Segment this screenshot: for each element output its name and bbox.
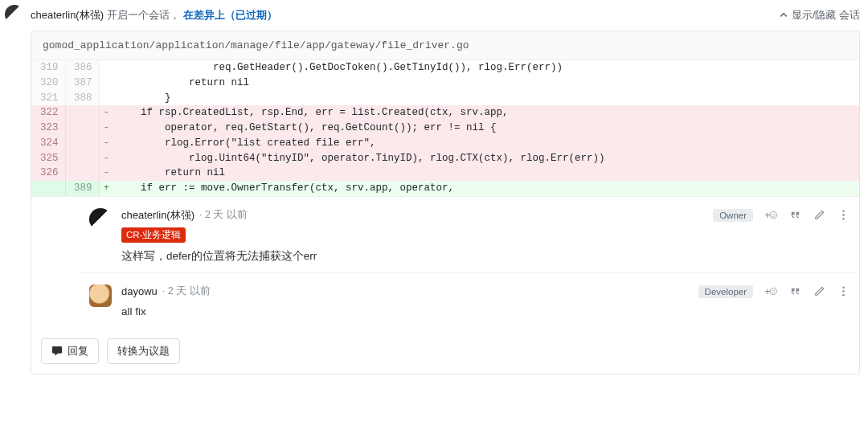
- diff-sign: [99, 76, 113, 91]
- toggle-discussion-button[interactable]: 显示/隐藏 会话: [779, 8, 860, 23]
- diff-container: gomod_application/application/manage/fil…: [31, 31, 860, 375]
- old-line-number: 320: [31, 76, 65, 91]
- svg-point-1: [772, 214, 772, 215]
- code-cell: }: [113, 91, 859, 106]
- thread-author-avatar[interactable]: [5, 5, 24, 24]
- add-reaction-button[interactable]: +: [764, 285, 777, 298]
- diff-table: 319386 req.GetHeader().GetDocToken().Get…: [31, 60, 859, 196]
- edit-button[interactable]: [813, 209, 825, 222]
- new-line-number: [65, 166, 99, 181]
- code-cell: if rsp.CreatedList, rsp.End, err = list.…: [113, 105, 859, 121]
- discussion-section: 2 cheaterlin(林强)· 2 天 以前Owner+CR-业务逻辑这样写…: [31, 196, 859, 374]
- comment-body: 这样写，defer的位置将无法捕获这个err: [121, 248, 850, 265]
- new-line-number: 387: [65, 76, 99, 91]
- svg-point-11: [842, 294, 844, 296]
- old-line-number: 322: [31, 105, 65, 121]
- code-cell: operator, req.GetStart(), req.GetCount()…: [113, 121, 859, 136]
- chevron-up-icon: [779, 10, 788, 20]
- diff-sign: [99, 91, 113, 106]
- comment-actions: Developer+: [698, 285, 850, 298]
- svg-point-2: [774, 214, 775, 215]
- diff-row[interactable]: 319386 req.GetHeader().GetDocToken().Get…: [31, 60, 859, 76]
- review-tag: CR-业务逻辑: [121, 227, 186, 243]
- svg-point-0: [770, 212, 776, 219]
- diff-row[interactable]: 323- operator, req.GetStart(), req.GetCo…: [31, 121, 859, 136]
- comment-author[interactable]: dayowu: [121, 285, 158, 297]
- diff-row[interactable]: 326- return nil: [31, 166, 859, 181]
- diff-sign: [99, 60, 113, 76]
- toggle-label: 显示/隐藏 会话: [792, 8, 860, 23]
- svg-point-8: [774, 290, 775, 291]
- svg-point-7: [772, 290, 772, 291]
- old-line-number: [31, 181, 65, 196]
- role-badge: Owner: [713, 209, 753, 222]
- comment-head: dayowu· 2 天 以前Developer+: [121, 284, 850, 298]
- new-line-number: 388: [65, 91, 99, 106]
- thread-status[interactable]: 在差异上（已过期）: [183, 8, 277, 23]
- svg-point-10: [842, 291, 844, 293]
- old-line-number: 319: [31, 60, 65, 76]
- old-line-number: 324: [31, 136, 65, 151]
- footer-actions: 回复 转换为议题: [31, 329, 859, 374]
- comments-list: cheaterlin(林强)· 2 天 以前Owner+CR-业务逻辑这样写，d…: [80, 197, 859, 329]
- svg-point-4: [842, 215, 844, 216]
- edit-button[interactable]: [813, 285, 825, 298]
- more-actions-button[interactable]: [837, 209, 850, 222]
- diff-sign: -: [99, 136, 113, 151]
- old-line-number: 323: [31, 121, 65, 136]
- diff-sign: -: [99, 105, 113, 121]
- comment-body: all fix: [121, 303, 850, 321]
- new-line-number: 386: [65, 60, 99, 76]
- thread-header: cheaterlin(林强) 开启一个会话， 在差异上（已过期） 显示/隐藏 会…: [31, 5, 860, 29]
- diff-row[interactable]: 320387 return nil: [31, 76, 859, 91]
- thread-author-name[interactable]: cheaterlin(林强): [31, 8, 104, 23]
- diff-row[interactable]: 325- rlog.Uint64("tinyID", operator.Tiny…: [31, 151, 859, 166]
- svg-point-3: [842, 211, 844, 212]
- thread-header-left: cheaterlin(林强) 开启一个会话， 在差异上（已过期）: [31, 8, 277, 23]
- convert-issue-label: 转换为议题: [117, 344, 170, 358]
- diff-row[interactable]: 324- rlog.Error("list created file err",: [31, 136, 859, 151]
- comment-time: · 2 天 以前: [162, 284, 211, 298]
- convert-issue-button[interactable]: 转换为议题: [107, 338, 180, 364]
- diff-row[interactable]: 321388 }: [31, 91, 859, 106]
- old-line-number: 326: [31, 166, 65, 181]
- file-path[interactable]: gomod_application/application/manage/fil…: [31, 31, 859, 60]
- comment-main: cheaterlin(林强)· 2 天 以前Owner+CR-业务逻辑这样写，d…: [121, 208, 850, 265]
- add-reaction-button[interactable]: +: [764, 209, 777, 222]
- svg-point-6: [770, 289, 776, 295]
- old-line-number: 325: [31, 151, 65, 166]
- comment-avatar[interactable]: [89, 208, 112, 231]
- code-cell: return nil: [113, 76, 859, 91]
- diff-sign: +: [99, 181, 113, 196]
- new-line-number: [65, 151, 99, 166]
- comment-head: cheaterlin(林强)· 2 天 以前Owner+: [121, 208, 850, 223]
- comment-avatar[interactable]: [89, 284, 112, 307]
- more-actions-button[interactable]: [837, 285, 850, 298]
- comment: dayowu· 2 天 以前Developer+all fix: [80, 273, 859, 329]
- svg-point-9: [842, 287, 844, 289]
- old-line-number: 321: [31, 91, 65, 106]
- thread-action-text: 开启一个会话，: [107, 8, 180, 23]
- discussion-thread: cheaterlin(林强) 开启一个会话， 在差异上（已过期） 显示/隐藏 会…: [0, 0, 868, 383]
- reply-label: 回复: [68, 344, 88, 358]
- comment-actions: Owner+: [713, 209, 850, 222]
- reply-button[interactable]: 回复: [41, 338, 99, 364]
- role-badge: Developer: [698, 285, 753, 298]
- new-line-number: 389: [65, 181, 99, 196]
- diff-row[interactable]: 322- if rsp.CreatedList, rsp.End, err = …: [31, 105, 859, 121]
- code-cell: rlog.Uint64("tinyID", operator.TinyID), …: [113, 151, 859, 166]
- thread-body: cheaterlin(林强) 开启一个会话， 在差异上（已过期） 显示/隐藏 会…: [31, 5, 860, 375]
- diff-sign: -: [99, 166, 113, 181]
- new-line-number: [65, 121, 99, 136]
- comment-time: · 2 天 以前: [199, 208, 248, 222]
- comment-author[interactable]: cheaterlin(林强): [121, 208, 194, 223]
- quote-button[interactable]: [788, 209, 801, 222]
- quote-button[interactable]: [788, 285, 801, 298]
- svg-point-5: [842, 218, 844, 219]
- gutter-spacer: 2: [31, 197, 80, 329]
- diff-sign: -: [99, 121, 113, 136]
- diff-row[interactable]: 389+ if err := move.OwnerTransfer(ctx, s…: [31, 181, 859, 196]
- new-line-number: [65, 105, 99, 121]
- diff-sign: -: [99, 151, 113, 166]
- new-line-number: [65, 136, 99, 151]
